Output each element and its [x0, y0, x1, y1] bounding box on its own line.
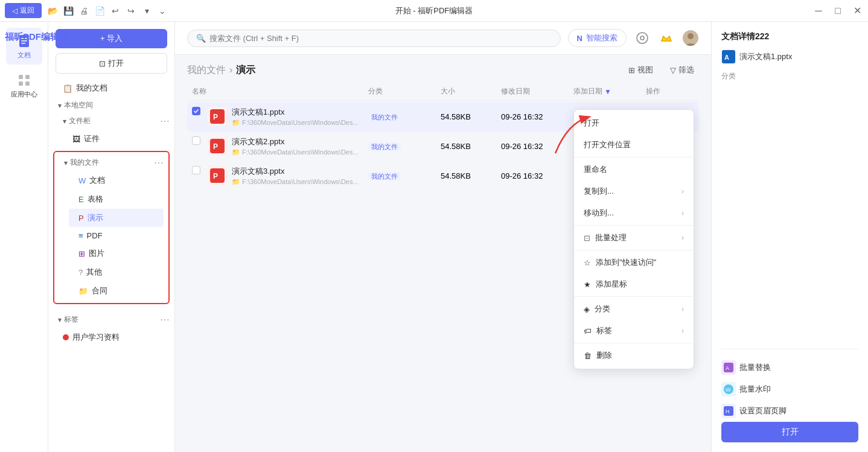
- add-quick-label: 添加到"快速访问": [596, 257, 656, 268]
- redo-icon[interactable]: ↪: [125, 5, 137, 17]
- more-icon[interactable]: ⌄: [156, 5, 168, 17]
- svg-rect-3: [21, 43, 25, 44]
- detail-category-label: 分类: [721, 71, 858, 81]
- folder-icon-small-3: 📁: [232, 178, 240, 185]
- checkbox-1[interactable]: [192, 107, 200, 115]
- category-arrow: ›: [681, 305, 684, 313]
- maximize-button[interactable]: □: [832, 5, 844, 17]
- dropdown-icon[interactable]: ▾: [141, 5, 153, 17]
- tag-icon: 🏷: [584, 326, 592, 336]
- search-icon: 🔍: [196, 34, 206, 43]
- contract-icon: 📁: [78, 287, 88, 296]
- file-cabinet-more-icon[interactable]: ⋯: [160, 115, 170, 127]
- ppt-icon-1: P: [208, 107, 227, 126]
- col-size: 大小: [441, 86, 501, 97]
- print-icon[interactable]: 🖨: [78, 5, 90, 17]
- import-button[interactable]: + 导入: [56, 29, 167, 48]
- batch-label: 批量处理: [595, 232, 627, 243]
- back-button[interactable]: ◁ 返回: [5, 3, 42, 18]
- sidebar-item-apps[interactable]: 应用中心: [6, 67, 42, 104]
- svg-rect-7: [25, 81, 30, 86]
- checkbox-2[interactable]: [192, 136, 200, 145]
- file-modified-2: 09-26 16:32: [501, 142, 573, 151]
- avatar-icon[interactable]: [682, 30, 699, 46]
- file-name-info-2: 演示文稿2.pptx 📁 F:\360MoveData\Users\Window…: [232, 136, 359, 156]
- file-name-info-1: 演示文稿1.pptx 📁 F:\360MoveData\Users\Window…: [232, 107, 359, 127]
- folder-open-icon[interactable]: 📂: [46, 5, 59, 17]
- file-path-3: 📁 F:\360MoveData\Users\Windows\Des...: [232, 178, 359, 186]
- nav-my-files[interactable]: ▾ 我的文件 ⋯: [54, 154, 168, 171]
- batch-watermark-item[interactable]: W 批量水印: [721, 378, 858, 400]
- menu-copy-to[interactable]: 复制到... ›: [574, 180, 694, 202]
- filter-label: 筛选: [678, 65, 694, 75]
- save-icon[interactable]: 💾: [62, 5, 74, 17]
- minimize-button[interactable]: ─: [812, 5, 825, 17]
- nav-certificate[interactable]: 🖼 证件: [53, 130, 170, 148]
- rename-label: 重命名: [584, 164, 607, 175]
- menu-add-star[interactable]: ★ 添加星标: [574, 273, 694, 295]
- nav-my-docs[interactable]: 📋 我的文档: [53, 79, 170, 97]
- open-button[interactable]: ⊡ 打开: [56, 53, 167, 74]
- menu-open[interactable]: 打开: [574, 112, 694, 134]
- nav-tag-learning[interactable]: 用户学习资料: [53, 328, 170, 346]
- menu-divider-1: [574, 157, 694, 158]
- filter-button[interactable]: ▽ 筛选: [665, 62, 699, 78]
- menu-delete[interactable]: 🗑 删除: [574, 345, 694, 366]
- nav-docs[interactable]: W 文档: [69, 171, 164, 189]
- file-size-3: 54.58KB: [441, 171, 501, 180]
- view-button[interactable]: ⊞ 视图: [624, 62, 658, 78]
- menu-category[interactable]: ◈ 分类 ›: [574, 298, 694, 320]
- menu-move-to[interactable]: 移动到... ›: [574, 202, 694, 224]
- my-docs-icon: 📋: [63, 84, 72, 93]
- top-bar: 🔍 N 智能搜索: [175, 22, 711, 55]
- svg-point-8: [637, 33, 648, 43]
- svg-text:P: P: [213, 113, 218, 121]
- nav-pdf[interactable]: ≡ PDF: [69, 228, 164, 244]
- batch-replace-item[interactable]: A 批量替换: [721, 357, 858, 378]
- my-files-section: ▾ 我的文件 ⋯ W 文档 E 表格 P 演示 ≡: [53, 151, 170, 304]
- checkbox-3[interactable]: [192, 166, 200, 174]
- tag-label: 标签: [596, 325, 612, 336]
- ai-search-button[interactable]: N 智能搜索: [568, 29, 627, 47]
- apps-icon: [16, 72, 33, 89]
- nav-images[interactable]: ⊞ 图片: [69, 244, 164, 263]
- nav-presentations[interactable]: P 演示: [69, 209, 164, 227]
- camera-icon[interactable]: [634, 30, 651, 46]
- apps-label: 应用中心: [11, 90, 37, 99]
- search-box[interactable]: 🔍: [187, 30, 561, 47]
- new-file-icon[interactable]: 📄: [94, 5, 106, 17]
- search-input[interactable]: [209, 34, 552, 43]
- copy-to-label: 复制到...: [584, 186, 614, 197]
- menu-tag[interactable]: 🏷 标签 ›: [574, 320, 694, 342]
- chevron-down-icon-4: ▾: [58, 316, 62, 324]
- menu-rename[interactable]: 重命名: [574, 159, 694, 180]
- menu-add-quick[interactable]: ☆ 添加到"快速访问": [574, 252, 694, 273]
- breadcrumb-parent[interactable]: 我的文件: [187, 64, 226, 77]
- nav-local-space[interactable]: ▾ 本地空间: [48, 98, 174, 113]
- file-path-2: 📁 F:\360MoveData\Users\Windows\Des...: [232, 148, 359, 156]
- sidebar-item-document[interactable]: 文档: [6, 28, 42, 65]
- file-name-1: 演示文稿1.pptx: [232, 107, 359, 118]
- my-files-more-icon[interactable]: ⋯: [154, 157, 164, 168]
- detail-open-button[interactable]: 打开: [721, 422, 858, 442]
- file-tag-3: 我的文件: [368, 172, 401, 180]
- undo-icon[interactable]: ↩: [109, 5, 121, 17]
- nav-other[interactable]: ? 其他: [69, 263, 164, 281]
- set-header-footer-item[interactable]: H 设置页眉页脚: [721, 400, 858, 422]
- close-button[interactable]: ✕: [851, 5, 863, 17]
- file-tag-1: 我的文件: [368, 113, 401, 121]
- batch-arrow: ›: [681, 234, 684, 242]
- detail-file-label: 演示文稿1.pptx: [739, 51, 792, 62]
- nav-tags[interactable]: ▾ 标签 ⋯: [48, 311, 174, 328]
- nav-spreadsheets[interactable]: E 表格: [69, 190, 164, 208]
- detail-file-name: A 演示文稿1.pptx: [721, 49, 858, 64]
- menu-open-location[interactable]: 打开文件位置: [574, 134, 694, 156]
- nav-file-cabinet[interactable]: ▾ 文件柜 ⋯: [48, 113, 174, 129]
- menu-batch[interactable]: ⊡ 批量处理 ›: [574, 227, 694, 249]
- svg-point-9: [640, 36, 644, 40]
- chevron-down-icon-3: ▾: [64, 159, 68, 167]
- file-list-header: 名称 分类 大小 修改日期 添加日期 ▼ 操作: [187, 83, 699, 101]
- tags-more-icon[interactable]: ⋯: [160, 314, 170, 325]
- nav-contract[interactable]: 📁 合同: [69, 282, 164, 300]
- crown-icon[interactable]: [658, 30, 675, 46]
